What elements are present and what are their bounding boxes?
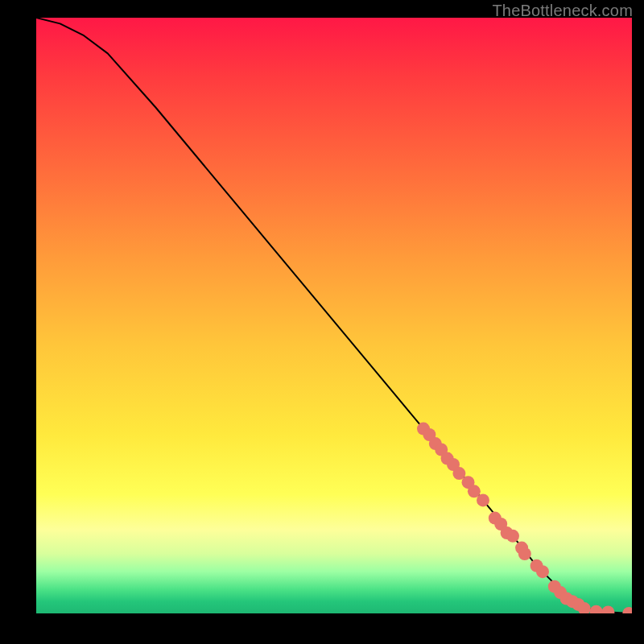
curve-line xyxy=(36,18,632,613)
curve-markers xyxy=(417,423,632,613)
data-marker xyxy=(601,606,614,613)
chart-frame: TheBottleneck.com xyxy=(0,0,644,644)
data-marker xyxy=(477,493,489,506)
data-marker xyxy=(622,607,632,613)
data-marker xyxy=(518,547,531,560)
data-marker xyxy=(536,565,549,578)
chart-svg xyxy=(36,18,632,613)
data-marker xyxy=(590,605,603,613)
data-marker xyxy=(506,530,519,543)
plot-area xyxy=(36,18,632,613)
